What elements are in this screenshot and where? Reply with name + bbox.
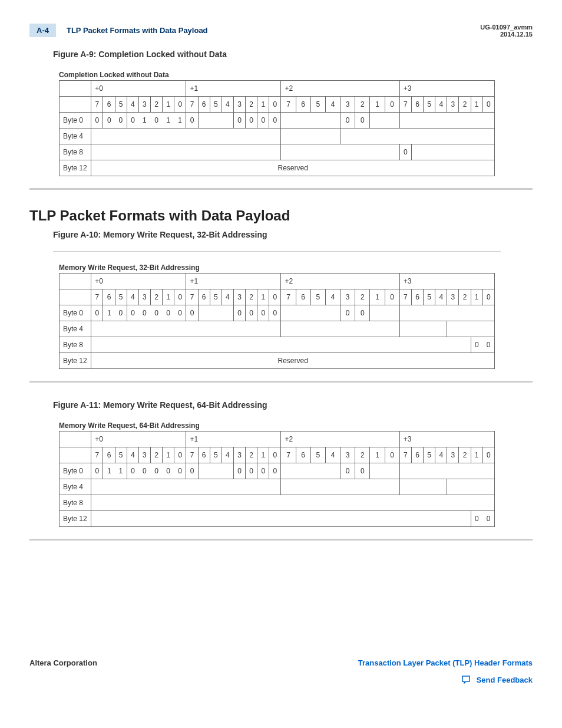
offset-cell: +0 [91,81,186,97]
page-header: A-4 TLP Packet Formats with Data Payload… [29,24,533,38]
byte12-row: Byte 12 Reserved [59,160,495,176]
section-divider [29,188,533,190]
page-number-badge: A-4 [29,24,56,37]
byte4-row: Byte 4 [59,321,495,337]
figure-a11-title: Figure A-11: Memory Write Request, 64-Bi… [53,400,533,410]
byte4-row: Byte 4 [59,129,495,144]
page-footer: Altera Corporation Transaction Layer Pac… [29,658,533,685]
figure-a11-table: +0 +1 +2 +3 76543210 76543210 76543210 7… [59,431,495,527]
byte4-row: Byte 4 [59,479,495,495]
doc-id: UG-01097_avmm [480,24,533,31]
send-feedback-link[interactable]: Send Feedback [477,676,533,684]
byte8-row: Byte 8 [59,495,495,511]
footer-link-tlp-header-formats[interactable]: Transaction Layer Packet (TLP) Header Fo… [358,658,533,667]
byte8-row: Byte 8 00 [59,337,495,353]
byte0-row: Byte 0 01000000 00000 00 [59,305,495,321]
figure-a10-title: Figure A-10: Memory Write Request, 32-Bi… [53,230,533,239]
header-left: A-4 TLP Packet Formats with Data Payload [29,24,208,37]
section-divider [29,381,533,383]
figure-a10-caption: Memory Write Request, 32-Bit Addressing [59,263,533,272]
offset-cell: +2 [281,81,399,97]
bit-header-row: 76543210 76543210 76543210 76543210 [59,289,495,305]
bit-header-row: 76543210 76543210 76543210 76543210 [59,97,495,113]
figure-a10-table: +0 +1 +2 +3 76543210 76543210 76543210 7… [59,273,495,369]
offset-row: +0 +1 +2 +3 [59,81,495,97]
bit-header-row: 76543210 76543210 76543210 76543210 [59,447,495,463]
byte12-row: Byte 12 00 [59,511,495,527]
feedback-icon [460,674,472,685]
offset-cell: +1 [186,81,281,97]
byte12-row: Byte 12 Reserved [59,353,495,369]
figure-divider [53,251,501,252]
section-divider [29,539,533,541]
figure-a9-table: +0 +1 +2 +3 76543210 76543210 76543210 7… [59,80,495,176]
header-section-title: TLP Packet Formats with Data Payload [67,26,208,35]
footer-company: Altera Corporation [29,658,97,667]
section-heading: TLP Packet Formats with Data Payload [29,207,533,224]
byte0-row: Byte 0 01100000 00000 00 [59,463,495,479]
byte0-row: Byte 0 00001011 00000 00 [59,113,495,129]
figure-a9-caption: Completion Locked without Data [59,71,533,79]
figure-a11-caption: Memory Write Request, 64-Bit Addressing [59,421,533,430]
doc-date: 2014.12.15 [480,31,533,38]
byte8-row: Byte 8 0 [59,144,495,160]
header-right: UG-01097_avmm 2014.12.15 [480,24,533,38]
offset-cell: +3 [399,81,494,97]
offset-row: +0 +1 +2 +3 [59,431,495,447]
figure-a9-title: Figure A-9: Completion Locked without Da… [53,50,533,59]
offset-row: +0 +1 +2 +3 [59,274,495,289]
